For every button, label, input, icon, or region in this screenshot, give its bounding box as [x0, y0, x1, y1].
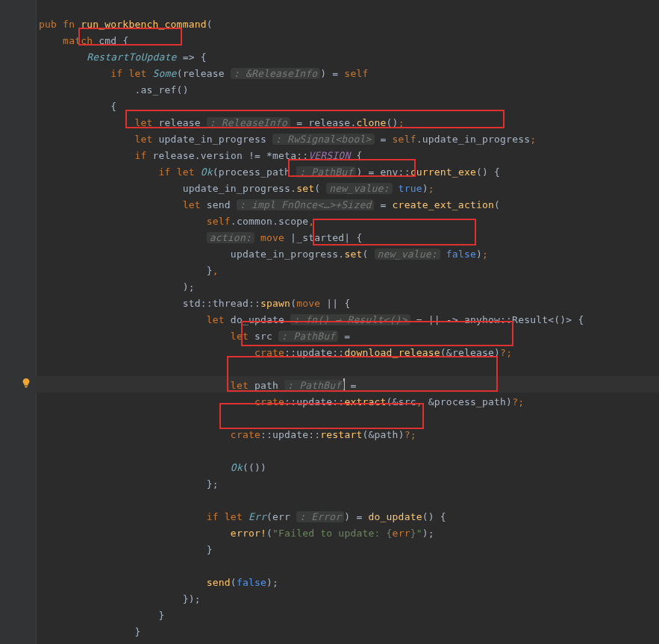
- code-token: move: [296, 298, 326, 309]
- code-token: false: [440, 248, 476, 260]
- code-token: restart: [320, 429, 362, 440]
- code-token: ::update::: [260, 429, 320, 440]
- code-token: self: [393, 134, 416, 145]
- code-token: (: [314, 183, 320, 194]
- inlay-hint: action:: [207, 232, 254, 243]
- code-token: );: [183, 281, 195, 293]
- code-token: }: [207, 544, 213, 555]
- code-token: create_ext_action: [393, 199, 494, 210]
- annotation-box: [241, 321, 513, 346]
- code-token: ?: [500, 347, 506, 358]
- code-token: Err: [249, 511, 266, 522]
- code-token: ;: [530, 134, 536, 145]
- annotation-box: [227, 356, 498, 392]
- code-token: );: [266, 577, 278, 588]
- code-token: err: [393, 528, 410, 539]
- code-token: }: [159, 610, 165, 621]
- code-token: (()): [243, 462, 266, 473]
- code-token: spawn: [260, 298, 290, 309]
- code-token: ;: [410, 429, 416, 440]
- code-token: (: [266, 528, 272, 539]
- code-token: error!: [231, 528, 266, 539]
- annotation-box: [313, 219, 476, 246]
- annotation-box: [125, 110, 505, 128]
- code-token: release.version != *meta::: [153, 150, 309, 161]
- code-token: update_in_progress.: [183, 183, 297, 194]
- code-token: (process_path: [213, 166, 290, 178]
- inlay-hint: : Error: [296, 511, 344, 522]
- code-token: crate: [231, 429, 260, 440]
- code-token: (err: [266, 511, 290, 522]
- code-token: current_exe: [410, 166, 476, 178]
- code-token: ?: [405, 429, 410, 440]
- code-token: update_in_progress: [159, 134, 266, 145]
- annotation-box: [78, 28, 182, 46]
- code-token: .as_ref(): [134, 84, 188, 96]
- code-token: set: [296, 183, 314, 194]
- code-token: false: [237, 577, 266, 588]
- code-token: ) =: [320, 68, 344, 79]
- code-token: {: [110, 101, 116, 112]
- editor-gutter: [0, 0, 37, 644]
- inlay-hint: : impl FnOnce<…>+Sized: [237, 199, 375, 210]
- code-token: }": [410, 528, 422, 539]
- code-token: || {: [326, 298, 350, 309]
- code-token: do_update: [368, 511, 422, 522]
- code-token: };: [207, 478, 219, 490]
- code-token: }: [134, 626, 140, 637]
- code-token: });: [183, 593, 201, 604]
- code-token: =: [374, 199, 392, 210]
- code-token: send: [207, 577, 231, 588]
- code-token: pub fn: [39, 19, 81, 30]
- code-token: ) =: [344, 511, 368, 522]
- code-token: let: [134, 134, 158, 145]
- code-token: ,: [213, 265, 219, 276]
- code-token: send: [207, 199, 231, 210]
- code-token: move: [254, 232, 290, 243]
- code-token: (release: [177, 68, 225, 79]
- inlay-hint: new_value:: [375, 248, 440, 260]
- code-token: let: [183, 199, 207, 210]
- code-token: ?: [512, 396, 518, 407]
- code-token: => {: [177, 51, 207, 63]
- code-token: std::thread::: [183, 298, 260, 309]
- code-token: RestartToUpdate: [87, 51, 176, 63]
- code-token: ;: [518, 396, 524, 407]
- code-token: ;: [482, 248, 488, 260]
- code-token: ): [476, 248, 482, 260]
- code-token: true: [393, 183, 422, 194]
- code-token: Ok: [231, 462, 243, 473]
- code-token: &process_path): [422, 396, 512, 407]
- code-token: () {: [476, 166, 500, 178]
- code-token: Ok: [201, 166, 213, 178]
- annotation-box: [288, 159, 416, 177]
- annotation-box: [219, 403, 424, 429]
- code-token: (: [362, 248, 368, 260]
- lightbulb-icon[interactable]: [21, 378, 31, 388]
- code-token: .common.scope: [231, 216, 308, 227]
- code-token: set: [344, 248, 362, 260]
- code-token: let: [207, 314, 231, 325]
- code-token: ;: [428, 183, 434, 194]
- code-token: "Failed to update: {: [272, 528, 393, 539]
- code-token: (: [207, 19, 213, 30]
- inlay-hint: : RwSignal<bool>: [272, 134, 374, 145]
- code-token: (: [231, 577, 237, 588]
- code-token: .update_in_progress: [416, 134, 531, 145]
- code-token: if let: [207, 511, 249, 522]
- code-token: ;: [506, 347, 512, 358]
- inlay-hint: new_value:: [326, 183, 392, 194]
- code-token: );: [422, 528, 434, 539]
- code-token: ): [422, 183, 428, 194]
- code-token: self: [207, 216, 231, 227]
- code-token: =: [375, 134, 393, 145]
- code-token: (: [290, 298, 296, 309]
- code-token: }: [207, 265, 213, 276]
- code-token: () {: [422, 511, 446, 522]
- code-token: (: [494, 199, 500, 210]
- code-token: if: [134, 150, 152, 161]
- code-token: if let: [159, 166, 201, 178]
- code-token: update_in_progress.: [231, 248, 345, 260]
- inlay-hint: : &ReleaseInfo: [231, 68, 320, 79]
- code-token: self: [344, 68, 368, 79]
